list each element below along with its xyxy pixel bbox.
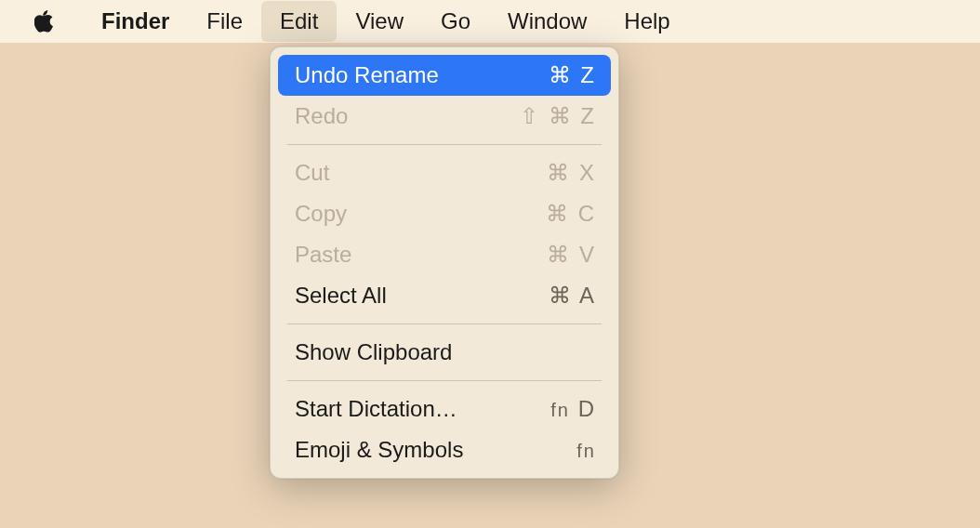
menu-redo-label: Redo <box>295 103 348 129</box>
menu-select-all-shortcut: ⌘ A <box>549 283 596 309</box>
menu-undo[interactable]: Undo Rename ⌘ Z <box>278 55 611 96</box>
menu-start-dictation-shortcut: fn D <box>550 396 596 422</box>
menu-app-name[interactable]: Finder <box>83 1 188 42</box>
menu-cut-label: Cut <box>295 160 329 186</box>
menu-select-all-label: Select All <box>295 283 387 309</box>
menu-emoji-symbols[interactable]: Emoji & Symbols fn <box>278 429 611 470</box>
menu-paste-shortcut: ⌘ V <box>547 242 596 268</box>
menu-window[interactable]: Window <box>489 1 605 42</box>
menu-select-all[interactable]: Select All ⌘ A <box>278 275 611 316</box>
menu-divider <box>287 323 602 324</box>
menu-show-clipboard-label: Show Clipboard <box>295 339 452 365</box>
menu-redo: Redo ⇧ ⌘ Z <box>278 96 611 137</box>
menu-go[interactable]: Go <box>422 1 489 42</box>
menubar: Finder File Edit View Go Window Help <box>0 0 980 43</box>
menu-paste-label: Paste <box>295 242 351 268</box>
menu-copy-shortcut: ⌘ C <box>546 201 596 227</box>
menu-copy: Copy ⌘ C <box>278 193 611 234</box>
menu-emoji-symbols-shortcut: fn <box>576 437 596 463</box>
menu-copy-label: Copy <box>295 201 347 227</box>
menu-divider <box>287 144 602 145</box>
menu-paste: Paste ⌘ V <box>278 234 611 275</box>
apple-menu-icon[interactable] <box>33 9 57 33</box>
menu-undo-label: Undo Rename <box>295 62 439 88</box>
menu-edit[interactable]: Edit <box>261 1 337 42</box>
menu-start-dictation-label: Start Dictation… <box>295 396 457 422</box>
menu-view[interactable]: View <box>337 1 422 42</box>
menu-cut: Cut ⌘ X <box>278 152 611 193</box>
menu-redo-shortcut: ⇧ ⌘ Z <box>520 103 596 129</box>
menu-emoji-symbols-label: Emoji & Symbols <box>295 437 463 463</box>
menu-show-clipboard[interactable]: Show Clipboard <box>278 332 611 373</box>
menu-help[interactable]: Help <box>605 1 688 42</box>
menu-start-dictation[interactable]: Start Dictation… fn D <box>278 389 611 429</box>
apple-logo-icon <box>34 9 55 33</box>
menu-undo-shortcut: ⌘ Z <box>549 62 596 88</box>
menu-file[interactable]: File <box>188 1 261 42</box>
menu-divider <box>287 380 602 381</box>
menu-cut-shortcut: ⌘ X <box>547 160 596 186</box>
edit-dropdown-menu: Undo Rename ⌘ Z Redo ⇧ ⌘ Z Cut ⌘ X Copy … <box>270 46 619 479</box>
